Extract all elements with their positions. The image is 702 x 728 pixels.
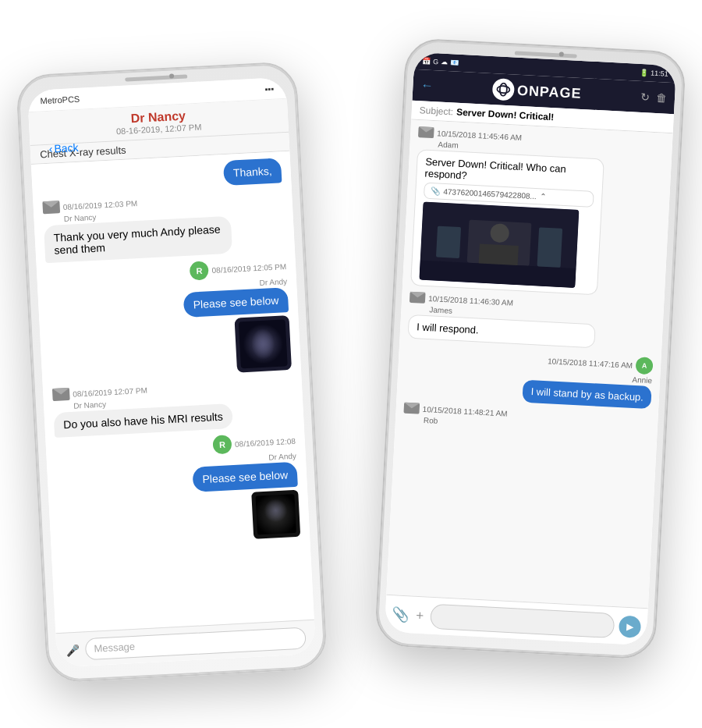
message-placeholder: Message (94, 640, 135, 654)
message-row: R 08/16/2019 12:08 Dr Andy Please see be… (55, 431, 301, 549)
camera-dot-right (559, 51, 564, 56)
back-button[interactable]: ‹ Back (48, 140, 79, 154)
onpage-message-row: 10/15/2018 11:47:16 AM A Annie I will st… (405, 344, 654, 408)
chevron-up-icon: ⌃ (540, 192, 547, 201)
svg-rect-7 (436, 226, 461, 258)
phones-container: MetroPCS ▪▪▪ ‹ Back Dr Nancy 08-16-2019,… (16, 21, 686, 708)
avatar-r: R (212, 435, 232, 454)
signal-icons: ▪▪▪ (264, 83, 274, 94)
delete-icon[interactable]: 🗑 (656, 91, 668, 104)
message-row: 08/16/2019 12:03 PM Dr Nancy Thank you v… (42, 189, 285, 263)
back-label[interactable]: Back (54, 140, 79, 154)
status-icons-right: 🔋 11:51 (640, 68, 668, 77)
refresh-icon[interactable]: ↻ (640, 90, 651, 103)
message-sender-right: Dr Andy (239, 277, 287, 288)
camera-dot (169, 73, 174, 78)
onpage-date: 10/15/2018 11:45:46 AM (437, 128, 522, 141)
message-meta: R 08/16/2019 12:08 (212, 431, 296, 454)
envelope-icon (42, 201, 60, 214)
time-display: 11:51 (651, 69, 668, 77)
onpage-sender: James (429, 305, 452, 315)
message-bubble-please-below-2: Please see below (193, 461, 298, 492)
subject-label: Subject: (419, 105, 453, 117)
onpage-avatar: A (636, 357, 654, 375)
message-bubble-blue: Thanks, (223, 158, 282, 186)
onpage-envelope-icon (418, 126, 434, 138)
message-meta: R 08/16/2019 12:05 PM (190, 257, 287, 280)
onpage-back-arrow[interactable]: ← (420, 78, 434, 93)
plus-icon[interactable]: ＋ (413, 606, 426, 623)
right-phone-screen: 📅 G ☁ 📧 🔋 11:51 ← (385, 51, 676, 645)
carrier-label: MetroPCS (40, 94, 80, 105)
back-chevron-icon: ‹ (48, 142, 53, 154)
onpage-date: 10/15/2018 11:47:16 AM (548, 356, 633, 369)
message-meta: 08/16/2019 12:07 PM (52, 383, 147, 400)
attachment-icon: 📎 (431, 186, 441, 196)
message-date: 08/16/2019 12:08 (235, 436, 296, 448)
envelope-icon (52, 387, 70, 400)
top-notch-right (515, 51, 577, 58)
message-bubble-please-below: Please see below (183, 287, 289, 318)
onpage-sender: Adam (438, 140, 459, 149)
onpage-sender: Annie (632, 375, 652, 384)
svg-rect-8 (537, 227, 563, 268)
message-sender: Dr Nancy (53, 400, 106, 411)
mri-image (255, 493, 296, 534)
message-meta: 08/16/2019 12:03 PM (42, 196, 140, 214)
message-row: R 08/16/2019 12:05 PM Dr Andy Please see… (46, 257, 292, 382)
onpage-date: 10/15/2018 11:48:21 AM (422, 404, 507, 417)
right-messages-area[interactable]: 10/15/2018 11:45:46 AM Adam Server Down!… (386, 119, 672, 608)
svg-point-0 (497, 85, 510, 93)
server-image (419, 201, 579, 287)
onpage-bubble-white: Server Down! Critical! Who can respond? … (410, 149, 604, 295)
attachment-icon[interactable]: 📎 (391, 605, 409, 623)
right-message-input[interactable] (430, 603, 615, 637)
onpage-message-row: 10/15/2018 11:46:30 AM James I will resp… (407, 291, 656, 350)
top-notch (125, 74, 187, 81)
onpage-logo: ONPAGE (491, 77, 582, 104)
onpage-message-row: 10/15/2018 11:48:21 AM Rob (403, 402, 651, 437)
subject-text: Server Down! Critical! (456, 106, 555, 123)
status-icons-left: 📅 G ☁ 📧 (422, 57, 459, 66)
xray-image (239, 319, 288, 368)
header-actions: ↻ 🗑 (640, 90, 668, 104)
onpage-logo-circle (491, 77, 514, 100)
nav-subtitle: 08-16-2019, 12:07 PM (116, 122, 202, 136)
message-row: Thanks, (41, 158, 282, 195)
onpage-date: 10/15/2018 11:46:30 AM (428, 293, 513, 307)
onpage-sender: Rob (424, 415, 438, 424)
avatar-r: R (190, 261, 209, 280)
message-date: 08/16/2019 12:07 PM (73, 385, 147, 398)
left-phone: MetroPCS ▪▪▪ ‹ Back Dr Nancy 08-16-2019,… (16, 61, 328, 684)
attachment-label: 47376200146579422808... (443, 186, 537, 200)
message-input[interactable]: Message (85, 626, 307, 659)
mri-thumbnail (251, 489, 300, 538)
message-sender-right: Dr Andy (248, 451, 296, 462)
right-phone: 📅 G ☁ 📧 🔋 11:51 ← (374, 37, 686, 660)
onpage-sender-right: Annie (632, 375, 652, 384)
message-sender: Dr Nancy (43, 212, 96, 224)
message-date: 08/16/2019 12:05 PM (211, 261, 286, 274)
mic-icon: 🎤 (66, 643, 80, 656)
message-date: 08/16/2019 12:03 PM (62, 198, 137, 211)
left-phone-screen: MetroPCS ▪▪▪ ‹ Back Dr Nancy 08-16-2019,… (27, 76, 316, 666)
left-messages-area[interactable]: Thanks, 08/16/2019 12:03 PM Dr Nancy Tha… (31, 151, 314, 633)
onpage-message-row: 10/15/2018 11:45:46 AM Adam Server Down!… (410, 126, 665, 298)
onpage-envelope-icon (410, 291, 426, 303)
send-button[interactable]: ▶ (619, 614, 641, 637)
send-icon: ▶ (626, 620, 634, 631)
xray-thumbnail (234, 315, 292, 373)
onpage-envelope-icon (403, 402, 420, 414)
message-row: 08/16/2019 12:07 PM Dr Nancy Do you also… (52, 375, 295, 437)
onpage-logo-text: ONPAGE (516, 82, 582, 101)
onpage-meta-right: 10/15/2018 11:47:16 AM A (548, 352, 654, 375)
